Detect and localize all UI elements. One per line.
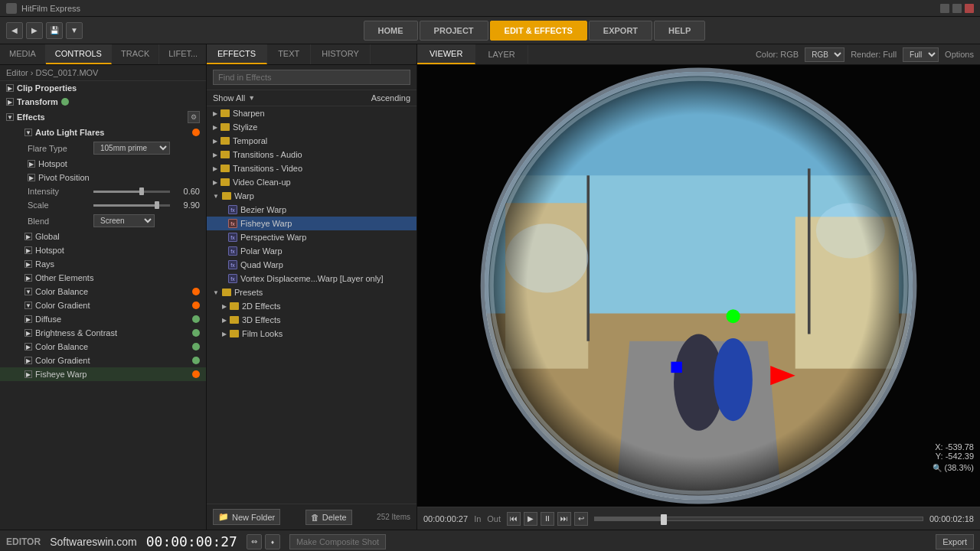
pivot-position-item[interactable]: ▶ Pivot Position	[0, 171, 206, 184]
rays-item[interactable]: ▶ Rays	[0, 257, 206, 271]
make-composite-button[interactable]: Make Composite Shot	[289, 534, 386, 549]
color-select[interactable]: RGB	[805, 47, 844, 62]
other-elements-item[interactable]: ▶ Other Elements	[0, 271, 206, 285]
transform-toggle[interactable]: ▶	[6, 98, 14, 106]
go-end-button[interactable]: ⏭	[557, 512, 571, 526]
effects-tab-effects[interactable]: EFFECTS	[207, 44, 267, 64]
color-gradient2-toggle[interactable]: ▶	[24, 357, 32, 364]
play-button[interactable]: ▶	[524, 512, 537, 526]
auto-light-flares-item[interactable]: ▼ Auto Light Flares	[0, 126, 206, 139]
color-balance2-toggle[interactable]: ▶	[24, 343, 32, 350]
pause-button[interactable]: ⏸	[541, 512, 554, 526]
color-balance2-item[interactable]: ▶ Color Balance	[0, 340, 206, 354]
effects-item[interactable]: ▼ Effects ⚙	[0, 109, 206, 126]
hotspot-toggle[interactable]: ▶	[28, 160, 35, 168]
presets-category[interactable]: ▼ Presets	[207, 285, 416, 299]
effects-tab-text[interactable]: TEXT	[267, 44, 311, 64]
scale-slider[interactable]	[93, 204, 170, 207]
diffuse-toggle[interactable]: ▶	[24, 315, 32, 323]
export-tab[interactable]: EXPORT	[589, 21, 652, 41]
effects-3d-category[interactable]: ▶ 3D Effects	[207, 313, 416, 327]
close-button[interactable]	[965, 4, 974, 13]
intensity-handle[interactable]	[139, 187, 144, 195]
other-elements-toggle[interactable]: ▶	[24, 274, 32, 282]
hotspot-item[interactable]: ▶ Hotspot	[0, 157, 206, 171]
polar-warp-item[interactable]: fx Polar Warp	[207, 244, 416, 258]
rays-toggle[interactable]: ▶	[24, 260, 32, 268]
fisheye-warp-toggle[interactable]: ▶	[24, 370, 32, 378]
project-tab[interactable]: PROJECT	[420, 21, 488, 41]
media-tab[interactable]: MEDIA	[0, 44, 46, 64]
minimize-button[interactable]	[940, 4, 949, 13]
effects-toggle[interactable]: ▼	[6, 113, 14, 121]
effects-settings-icon[interactable]: ⚙	[188, 111, 200, 123]
brightness-contrast-toggle[interactable]: ▶	[24, 329, 32, 337]
film-looks-category[interactable]: ▶ Film Looks	[207, 327, 416, 341]
viewer-tab-layer[interactable]: LAYER	[475, 45, 528, 64]
stylize-category[interactable]: ▶ Stylize	[207, 120, 416, 134]
bezier-warp-item[interactable]: fx Bezier Warp	[207, 203, 416, 217]
warp-category[interactable]: ▼ Warp	[207, 189, 416, 203]
hotspot2-toggle[interactable]: ▶	[24, 246, 32, 254]
track-tab[interactable]: TRACK	[112, 44, 159, 64]
clip-properties-toggle[interactable]: ▶	[6, 84, 14, 92]
flare-type-select[interactable]: 105mm prime	[93, 142, 170, 155]
nav-forward-button[interactable]: ▶	[26, 22, 43, 39]
editor-time: 00:00:00:27	[146, 533, 237, 549]
nav-back-button[interactable]: ◀	[6, 22, 23, 39]
editor-export-button[interactable]: Export	[936, 534, 974, 549]
editor-ctrl1[interactable]: ⇔	[247, 534, 262, 549]
loop-button[interactable]: ↩	[574, 512, 588, 526]
editor-ctrl2[interactable]: ⬧	[265, 534, 280, 549]
transform-item[interactable]: ▶ Transform	[0, 95, 206, 109]
nav-menu-button[interactable]: ▼	[66, 22, 83, 39]
delete-button[interactable]: 🗑 Delete	[305, 510, 352, 525]
transitions-video-category[interactable]: ▶ Transitions - Video	[207, 161, 416, 175]
new-folder-button[interactable]: 📁 New Folder	[213, 509, 280, 525]
diffuse-item[interactable]: ▶ Diffuse	[0, 312, 206, 326]
intensity-slider[interactable]	[93, 191, 170, 193]
color-gradient-toggle[interactable]: ▼	[24, 302, 32, 309]
viewer-timeline-bar: 00:00:00:27 In Out ⏮ ▶ ⏸ ⏭ ↩ 00:00:02:18	[417, 507, 980, 530]
scale-handle[interactable]	[155, 201, 159, 209]
ascending-button[interactable]: Ascending	[371, 93, 410, 103]
edit-effects-tab[interactable]: EDIT & EFFECTS	[490, 21, 587, 41]
video-cleanup-category[interactable]: ▶ Video Clean-up	[207, 175, 416, 189]
timeline-thumb[interactable]	[661, 514, 667, 525]
quad-warp-item[interactable]: fx Quad Warp	[207, 258, 416, 272]
lifet-tab[interactable]: LIFET...	[159, 44, 207, 64]
color-balance-toggle[interactable]: ▼	[24, 288, 32, 295]
effects-2d-category[interactable]: ▶ 2D Effects	[207, 299, 416, 313]
fisheye-warp-effects-item[interactable]: fx Fisheye Warp	[207, 217, 416, 230]
blend-select[interactable]: Screen	[93, 214, 155, 227]
home-tab[interactable]: HOME	[364, 21, 418, 41]
timeline-progress-bar[interactable]	[594, 517, 923, 521]
global-item[interactable]: ▶ Global	[0, 230, 206, 243]
show-all-button[interactable]: Show All ▼	[213, 93, 255, 103]
effects-search-input[interactable]	[213, 70, 410, 85]
pivot-position-toggle[interactable]: ▶	[28, 174, 35, 181]
auto-light-flares-toggle[interactable]: ▼	[24, 129, 32, 136]
color-balance-item[interactable]: ▼ Color Balance	[0, 285, 206, 298]
nav-save-button[interactable]: 💾	[46, 22, 63, 39]
effects-tab-history[interactable]: HISTORY	[311, 44, 371, 64]
global-toggle[interactable]: ▶	[24, 233, 32, 240]
clip-properties-item[interactable]: ▶ Clip Properties	[0, 81, 206, 95]
color-gradient-item[interactable]: ▼ Color Gradient	[0, 298, 206, 312]
color-gradient2-item[interactable]: ▶ Color Gradient	[0, 354, 206, 367]
help-tab[interactable]: HELP	[654, 21, 705, 41]
transitions-audio-category[interactable]: ▶ Transitions - Audio	[207, 148, 416, 161]
sharpen-category[interactable]: ▶ Sharpen	[207, 106, 416, 120]
render-select[interactable]: Full	[903, 47, 939, 62]
vortex-displace-item[interactable]: fx Vortex Displaceme...Warp [Layer only]	[207, 272, 416, 285]
hotspot2-item[interactable]: ▶ Hotspot	[0, 243, 206, 257]
controls-tab[interactable]: CONTROLS	[46, 44, 112, 64]
temporal-category[interactable]: ▶ Temporal	[207, 134, 416, 148]
brightness-contrast-item[interactable]: ▶ Brightness & Contrast	[0, 326, 206, 340]
fisheye-warp-item[interactable]: ▶ Fisheye Warp	[0, 367, 206, 381]
go-start-button[interactable]: ⏮	[507, 512, 521, 526]
maximize-button[interactable]	[952, 4, 962, 13]
perspective-warp-item[interactable]: fx Perspective Warp	[207, 230, 416, 244]
global-label: Global	[35, 232, 60, 241]
viewer-tab-viewer[interactable]: VIEWER	[417, 44, 475, 64]
